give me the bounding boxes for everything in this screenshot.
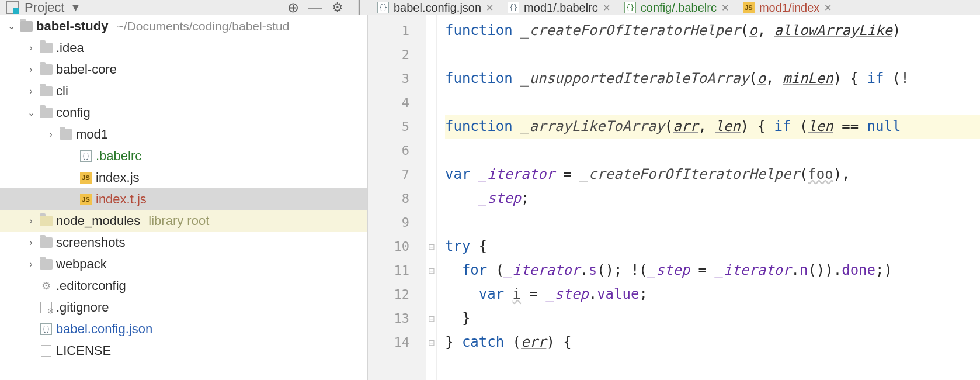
code-line[interactable]: var i = _step.value; — [445, 282, 980, 306]
tree-item-name: node_modules — [56, 213, 140, 229]
close-icon[interactable]: ✕ — [824, 2, 832, 13]
code-editor[interactable]: 1234567891011121314 ⊟⊟⊟⊟ function _creat… — [368, 15, 980, 380]
close-icon[interactable]: ✕ — [603, 2, 610, 13]
code-line[interactable]: } — [445, 306, 980, 330]
code-line[interactable]: for (_iterator.s(); !(_step = _iterator.… — [445, 258, 980, 282]
line-number[interactable]: 12 — [368, 282, 426, 306]
code-line[interactable] — [445, 139, 980, 163]
tree-item-name: webpack — [56, 257, 107, 272]
code-line[interactable]: try { — [445, 234, 980, 258]
code-line[interactable] — [445, 43, 980, 67]
locate-file-icon[interactable]: ⊕ — [285, 0, 301, 15]
fold-marker — [426, 91, 436, 115]
tree-row[interactable]: {}babel.config.json — [0, 318, 367, 340]
expand-icon[interactable]: › — [26, 64, 36, 75]
chevron-down-icon[interactable]: ⌄ — [6, 20, 16, 32]
line-number[interactable]: 5 — [368, 115, 426, 139]
tree-row[interactable]: ›webpack — [0, 253, 367, 275]
expand-icon[interactable]: › — [26, 86, 36, 96]
code-area[interactable]: function _createForOfIteratorHelper(o, a… — [437, 15, 980, 380]
expand-icon[interactable]: › — [46, 129, 56, 140]
line-number[interactable]: 7 — [368, 163, 426, 186]
tree-root-path: ~/Documents/coding/babel-stud — [116, 19, 289, 33]
tree-item-suffix: library root — [148, 213, 209, 229]
braces-icon: {} — [377, 2, 389, 13]
editor-tab[interactable]: {}config/.babelrc✕ — [617, 0, 736, 15]
code-line[interactable]: function _unsupportedIterableToArray(o, … — [445, 67, 980, 91]
tree-row[interactable]: ›babel-core — [0, 58, 367, 80]
tree-item-name: babel.config.json — [56, 322, 152, 337]
fold-marker — [426, 186, 436, 210]
code-line[interactable] — [445, 210, 980, 234]
editor-tab[interactable]: {}babel.config.json✕ — [370, 0, 501, 15]
collapse-all-icon[interactable]: — — [307, 0, 324, 15]
tree-row[interactable]: ›cli — [0, 80, 367, 102]
code-line[interactable]: } catch (err) { — [445, 330, 980, 354]
line-number[interactable]: 6 — [368, 139, 426, 163]
line-number[interactable]: 8 — [368, 186, 426, 210]
line-number[interactable]: 10 — [368, 234, 426, 258]
tree-row[interactable]: ›.idea — [0, 37, 367, 58]
fold-marker — [426, 115, 436, 139]
line-number[interactable]: 14 — [368, 330, 426, 354]
line-number[interactable]: 9 — [368, 210, 426, 234]
file-icon — [40, 85, 53, 98]
gutter[interactable]: 1234567891011121314 — [368, 15, 426, 380]
file-icon: {} — [79, 150, 92, 163]
tree-row[interactable]: JSindex.js — [0, 167, 367, 188]
braces-icon: {} — [624, 2, 636, 13]
tree-item-name: mod1 — [76, 127, 108, 142]
tree-row[interactable]: {}.babelrc — [0, 145, 367, 167]
tree-row[interactable]: .gitignore — [0, 296, 367, 318]
tab-name: config/.babelrc — [641, 1, 717, 15]
fold-marker[interactable]: ⊟ — [426, 258, 436, 282]
tree-item-name: screenshots — [56, 235, 126, 250]
close-icon[interactable]: ✕ — [721, 2, 729, 13]
line-number[interactable]: 2 — [368, 43, 426, 67]
fold-marker[interactable]: ⊟ — [426, 330, 436, 354]
editor-tab[interactable]: JSmod1/index✕ — [736, 0, 839, 15]
tree-root[interactable]: ⌄ babel-study ~/Documents/coding/babel-s… — [0, 15, 367, 37]
tree-row[interactable]: ›mod1 — [0, 123, 367, 145]
hide-panel-icon[interactable]: │ — [352, 0, 368, 15]
close-icon[interactable]: ✕ — [486, 2, 494, 13]
line-number[interactable]: 13 — [368, 306, 426, 330]
expand-icon[interactable]: › — [26, 237, 36, 248]
expand-icon[interactable]: ⌄ — [26, 107, 36, 118]
tree-row[interactable]: LICENSE — [0, 340, 367, 361]
tree-row[interactable]: ›screenshots — [0, 232, 367, 253]
project-icon — [6, 1, 19, 14]
code-line[interactable]: _step; — [445, 186, 980, 210]
tree-row[interactable]: ⌄config — [0, 102, 367, 123]
code-line[interactable]: function _arrayLikeToArray(arr, len) { i… — [445, 115, 980, 139]
code-line[interactable]: var _iterator = _createForOfIteratorHelp… — [445, 163, 980, 186]
project-tree[interactable]: ⌄ babel-study ~/Documents/coding/babel-s… — [0, 15, 368, 380]
expand-icon[interactable]: › — [26, 43, 36, 53]
file-icon — [60, 128, 72, 141]
code-line[interactable]: function _createForOfIteratorHelper(o, a… — [445, 19, 980, 43]
file-icon — [40, 301, 53, 314]
code-line[interactable] — [445, 91, 980, 115]
line-number[interactable]: 4 — [368, 91, 426, 115]
tree-row[interactable]: JSindex.t.js — [0, 188, 367, 210]
line-number[interactable]: 3 — [368, 67, 426, 91]
main-split: ⌄ babel-study ~/Documents/coding/babel-s… — [0, 15, 980, 380]
toolbar: Project ▼ ⊕ — ⚙ │ {}babel.config.json✕{}… — [0, 0, 980, 15]
file-icon: JS — [79, 193, 92, 206]
fold-marker — [426, 163, 436, 186]
fold-marker[interactable]: ⊟ — [426, 306, 436, 330]
tree-row[interactable]: ›node_moduleslibrary root — [0, 210, 367, 232]
gear-icon[interactable]: ⚙ — [329, 0, 346, 15]
fold-column[interactable]: ⊟⊟⊟⊟ — [426, 15, 437, 380]
project-label[interactable]: Project — [25, 0, 64, 15]
expand-icon[interactable]: › — [26, 259, 36, 270]
file-icon: JS — [79, 171, 92, 184]
tree-row[interactable]: ⚙.editorconfig — [0, 275, 367, 296]
line-number[interactable]: 11 — [368, 258, 426, 282]
expand-icon[interactable]: › — [26, 216, 36, 226]
chevron-down-icon[interactable]: ▼ — [70, 2, 81, 14]
editor-tab[interactable]: {}mod1/.babelrc✕ — [501, 0, 617, 15]
line-number[interactable]: 1 — [368, 19, 426, 43]
fold-marker[interactable]: ⊟ — [426, 234, 436, 258]
file-icon: {} — [40, 323, 53, 336]
